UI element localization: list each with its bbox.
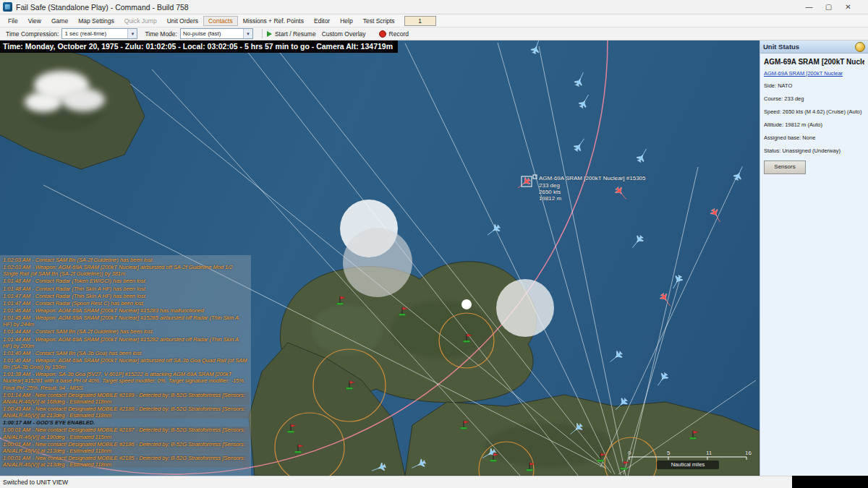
- menu-bar: FileViewGameMap SettingsQuick JumpUnit O…: [0, 14, 868, 27]
- custom-overlay-button[interactable]: Custom Overlay: [322, 30, 366, 38]
- air-blue-icon[interactable]: [658, 372, 669, 385]
- time-mode-label: Time Mode:: [145, 30, 177, 38]
- blast-circle: [343, 228, 412, 297]
- unit-status-field: Side: NATO: [764, 82, 864, 89]
- air-blue-icon[interactable]: [733, 166, 743, 181]
- unit-status-field: Course: 233 deg: [764, 95, 864, 102]
- unit-status-header: Unit Status: [760, 40, 868, 53]
- menu-item-test-scripts[interactable]: Test Scripts: [358, 16, 400, 26]
- app-icon: [3, 2, 12, 12]
- log-message: 1:02:03 AM - Contact SAM Bn (SA-2f Guide…: [1, 257, 250, 263]
- selected-unit-label: AGM-69A SRAM [200kT Nuclear] #15305233 d…: [533, 175, 646, 202]
- blast-circle: [496, 279, 554, 337]
- record-icon: [379, 30, 386, 38]
- log-message: 1:00:17 AM - GOD'S EYE ENABLED.: [1, 419, 250, 426]
- unit-status-fields: Side: NATOCourse: 233 degSpeed: 2650 kts…: [764, 82, 864, 154]
- svg-text:0: 0: [628, 450, 631, 456]
- log-message: 1:01:14 AM - New contact! Designated MOB…: [1, 392, 250, 405]
- play-icon: [267, 31, 272, 37]
- toolbar: Time Compression: 1 sec (real-time) ▼ Ti…: [0, 27, 868, 40]
- log-message: 1:01:44 AM - Weapon: AGM-69A SRAM [200kT…: [1, 336, 250, 349]
- unit-status-field: Assigned base: None: [764, 134, 864, 141]
- scale-unit-label: Nautical miles: [657, 461, 719, 469]
- log-message: 1:01:48 AM - Contact Radar (Thin Skin A …: [1, 286, 250, 292]
- log-message: 1:01:44 AM - Contact SAM Bn (SA-2f Guide…: [1, 328, 250, 335]
- menu-item-contacts[interactable]: Contacts: [203, 16, 238, 26]
- map[interactable]: AGM-69A SRAM [200kT Nuclear] #15305233 d…: [0, 40, 760, 476]
- air-blue-icon[interactable]: [574, 72, 584, 87]
- log-message: 1:00:01 AM - New contact! Designated MOB…: [1, 455, 250, 468]
- log-message: 1:01:45 AM - Weapon: AGM-69A SRAM [200kT…: [1, 314, 250, 328]
- minimize-button[interactable]: —: [799, 0, 819, 14]
- svg-text:16: 16: [745, 450, 752, 456]
- record-button[interactable]: Record: [389, 30, 409, 38]
- title-bar: Fail Safe (Standalone Play) - Command - …: [0, 0, 868, 14]
- menu-bar-items: FileViewGameMap SettingsQuick JumpUnit O…: [3, 16, 400, 26]
- log-message: 1:01:38 AM - Weapon: SA-3b Goa [5V27, V-…: [1, 371, 250, 390]
- status-bar: Switched to UNIT VIEW: [0, 476, 792, 488]
- status-bar-text: Switched to UNIT VIEW: [3, 479, 68, 486]
- refresh-icon[interactable]: [855, 42, 865, 52]
- menu-item-map-settings[interactable]: Map Settings: [73, 16, 119, 26]
- unit-status-field: Speed: 2650 kts (M 4.62) (Cruise) (Auto): [764, 108, 864, 115]
- air-blue-icon[interactable]: [610, 350, 624, 362]
- svg-text:2650 kts: 2650 kts: [539, 189, 561, 195]
- log-message: 1:00:43 AM - New contact! Designated MOB…: [1, 406, 250, 419]
- time-mode-value: No-pulse (fast): [183, 30, 221, 37]
- maximize-button[interactable]: ▢: [819, 0, 838, 14]
- chevron-down-icon: ▼: [127, 29, 137, 38]
- air-blue-icon[interactable]: [636, 149, 647, 163]
- menu-item-quick-jump[interactable]: Quick Jump: [119, 16, 162, 26]
- time-compression-select[interactable]: 1 sec (real-time) ▼: [61, 28, 137, 39]
- svg-text:AGM-69A SRAM [200kT Nuclear] #: AGM-69A SRAM [200kT Nuclear] #15305: [539, 175, 646, 181]
- close-button[interactable]: ✕: [838, 0, 858, 14]
- air-blue-icon[interactable]: [632, 234, 644, 248]
- air-red-icon[interactable]: [614, 186, 626, 200]
- unit-status-panel: Unit Status AGM-69A SRAM [200kT Nuclear]…: [760, 40, 868, 476]
- air-blue-icon[interactable]: [578, 95, 589, 109]
- menu-item-view[interactable]: View: [23, 16, 46, 26]
- log-message: 1:01:47 AM - Contact Radar (Thin Skin A …: [1, 293, 250, 299]
- time-compression-value: 1 sec (real-time): [64, 30, 106, 37]
- test-scripts-value-input[interactable]: 1: [404, 16, 436, 26]
- selected-unit-name: AGM-69A SRAM [200kT Nuclear] #15305: [764, 58, 864, 66]
- sensors-button[interactable]: Sensors: [764, 160, 806, 174]
- toolbar-separator: [262, 29, 263, 38]
- log-message: 1:02:03 AM - Weapon: AGM-69A SRAM [200kT…: [1, 264, 250, 277]
- unit-database-link[interactable]: AGM-69A SRAM [200kT Nuclear: [764, 70, 864, 77]
- menu-item-unit-orders[interactable]: Unit Orders: [162, 16, 203, 26]
- window-title: Fail Safe (Standalone Play) - Command - …: [16, 3, 189, 12]
- menu-item-game[interactable]: Game: [46, 16, 73, 26]
- menu-item-editor[interactable]: Editor: [309, 16, 335, 26]
- log-message: 1:01:40 AM - Contact SAM Bn (SA-3b Goa) …: [1, 350, 250, 356]
- log-message: 1:01:46 AM - Weapon: AGM-69A SRAM [200kT…: [1, 307, 250, 314]
- svg-text:19812 m: 19812 m: [539, 195, 561, 202]
- svg-text:5: 5: [667, 450, 671, 456]
- log-message: 1:01:40 AM - Weapon: AGM-69A SRAM [200kT…: [1, 357, 250, 370]
- chevron-down-icon: ▼: [243, 29, 252, 38]
- blast-circle: [461, 299, 472, 309]
- unit-status-field: Status: Unassigned (Underway): [764, 147, 864, 154]
- menu-item-file[interactable]: File: [3, 16, 23, 26]
- log-message: 1:01:47 AM - Contact Radar (Spoon Rest C…: [1, 300, 250, 307]
- unit-status-field: Altitude: 19812 m (Auto): [764, 121, 864, 128]
- menu-item-help[interactable]: Help: [335, 16, 357, 26]
- air-blue-icon[interactable]: [573, 139, 584, 153]
- log-message: 1:01:48 AM - Contact Radar (Token EW/GCI…: [1, 278, 250, 284]
- start-resume-button[interactable]: Start / Resume: [275, 30, 316, 38]
- menu-item-missions-ref-points[interactable]: Missions + Ref. Points: [238, 16, 309, 26]
- time-banner: Time: Monday, October 20, 1975 - Zulu: 0…: [0, 40, 398, 53]
- svg-text:233 deg: 233 deg: [539, 182, 560, 189]
- log-message: 1:00:01 AM - New contact! Designated MOB…: [1, 427, 250, 440]
- time-compression-label: Time Compression:: [6, 30, 59, 38]
- air-red-icon[interactable]: [659, 292, 671, 306]
- unit-status-title: Unit Status: [763, 43, 799, 51]
- air-blue-icon[interactable]: [673, 274, 684, 288]
- svg-text:11: 11: [706, 450, 712, 456]
- air-blue-icon[interactable]: [488, 223, 501, 235]
- time-mode-select[interactable]: No-pulse (fast) ▼: [180, 28, 253, 39]
- log-message: 1:00:01 AM - New contact! Designated MOB…: [1, 441, 250, 454]
- message-log[interactable]: 1:02:03 AM - Contact SAM Bn (SA-2f Guide…: [0, 255, 251, 476]
- selected-unit-icon[interactable]: [518, 176, 532, 188]
